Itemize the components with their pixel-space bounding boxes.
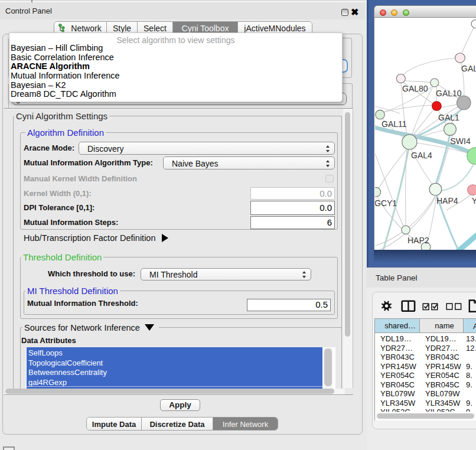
svg-text:Y: Y	[472, 196, 476, 206]
svg-text:GAL: GAL	[461, 64, 476, 73]
svg-text:GAL11: GAL11	[382, 119, 407, 129]
svg-text:GAL80: GAL80	[402, 84, 428, 93]
svg-text:HAP2: HAP2	[407, 236, 429, 245]
svg-text:GCY1: GCY1	[375, 198, 397, 208]
svg-text:GAL4: GAL4	[411, 151, 432, 160]
svg-text:SWI4: SWI4	[451, 136, 471, 146]
svg-text:HAP4: HAP4	[436, 196, 458, 206]
svg-text:GAL1: GAL1	[438, 113, 459, 122]
svg-text:GAL10: GAL10	[436, 89, 462, 98]
